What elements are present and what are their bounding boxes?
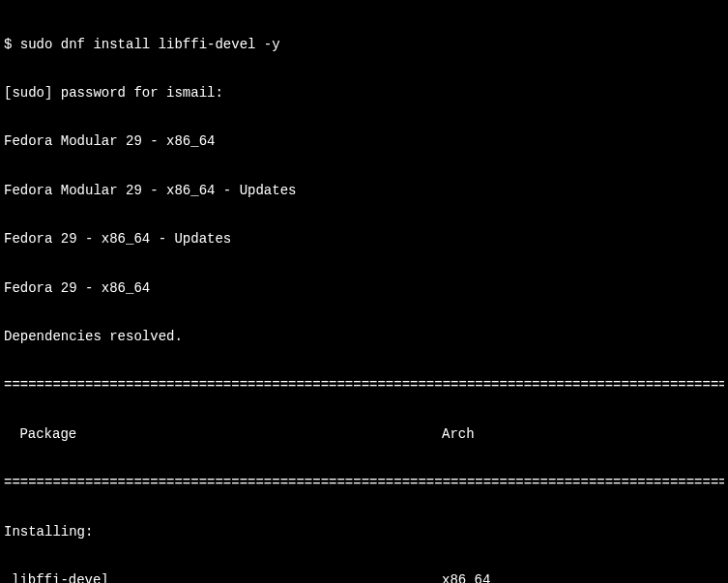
deps-resolved: Dependencies resolved. <box>4 329 724 345</box>
divider: ========================================… <box>4 377 724 394</box>
table-header: Package Arch <box>4 426 724 443</box>
repo-line: Fedora Modular 29 - x86_64 <box>4 133 724 150</box>
repo-line: Fedora Modular 29 - x86_64 - Updates <box>4 183 724 199</box>
sudo-prompt: [sudo] password for ismail: <box>4 85 724 102</box>
installing-label: Installing: <box>4 524 724 540</box>
package-arch: x86_64 <box>442 572 724 583</box>
repo-line: Fedora 29 - x86_64 - Updates <box>4 231 724 248</box>
repo-line: Fedora 29 - x86_64 <box>4 280 724 297</box>
terminal-output: $ sudo dnf install libffi-devel -y [sudo… <box>4 4 724 583</box>
package-row: libffi-devel x86_64 <box>4 572 724 583</box>
divider: ========================================… <box>4 475 724 491</box>
package-name: libffi-devel <box>12 572 442 583</box>
col-package-header: Package <box>12 426 442 443</box>
command-line: $ sudo dnf install libffi-devel -y <box>4 37 724 53</box>
col-arch-header: Arch <box>442 426 724 443</box>
